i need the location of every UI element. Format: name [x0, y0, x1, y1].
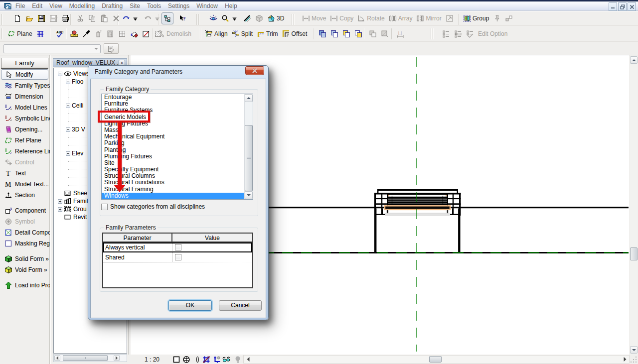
menu-settings[interactable]: Settings — [164, 1, 193, 10]
tree-item-elev[interactable]: Elev — [54, 149, 83, 157]
temporary-hide-icon[interactable] — [234, 356, 242, 364]
design-bar-item-load-into-proj[interactable]: Load into Proj — [1, 280, 50, 290]
design-bar-item-opening[interactable]: Opening... — [1, 124, 50, 134]
scroll-right-button[interactable] — [622, 356, 628, 363]
expand-icon[interactable] — [58, 207, 62, 212]
parameter-row-shared[interactable]: Shared — [103, 252, 252, 262]
uncut-geometry-button[interactable] — [352, 28, 364, 40]
option-list-1-button[interactable] — [440, 28, 452, 40]
move-button[interactable]: Move — [300, 12, 328, 24]
mirror-button[interactable]: Mirror — [414, 12, 443, 24]
minimize-button[interactable] — [609, 2, 617, 11]
scroll-up-button[interactable] — [245, 94, 253, 102]
undo-drop-button[interactable] — [132, 12, 142, 24]
design-bar-item-model-text[interactable]: MModel Text... — [1, 179, 50, 189]
crop-region-icon[interactable] — [213, 356, 221, 364]
context-help-button[interactable]: ? — [177, 12, 189, 24]
design-bar-item-family-types[interactable]: Family Types. — [1, 80, 50, 91]
split-face-button[interactable] — [379, 28, 391, 40]
edit-option-button[interactable]: Edit Option — [476, 28, 509, 40]
tree-item-famil[interactable]: Famil — [54, 197, 88, 205]
align-button[interactable]: Align — [203, 28, 230, 40]
redo-button[interactable] — [142, 12, 154, 24]
resize-grip[interactable] — [630, 356, 637, 363]
scroll-up-button[interactable] — [630, 56, 638, 64]
scrollbar-thumb[interactable] — [245, 125, 253, 191]
listbox-scrollbar[interactable] — [244, 94, 253, 199]
split-button[interactable]: Split — [230, 28, 255, 40]
tree-item-shee[interactable]: Shee — [54, 189, 87, 197]
design-bar-tab-family[interactable]: Family — [1, 58, 48, 69]
offset-button[interactable]: Offset — [280, 28, 310, 40]
type-selector-combobox[interactable] — [3, 44, 101, 53]
restore-button[interactable] — [618, 2, 627, 11]
value-checkbox[interactable] — [175, 244, 181, 250]
cut-geometry-button[interactable] — [340, 28, 352, 40]
paint-button[interactable] — [128, 28, 140, 40]
grid-button[interactable] — [34, 28, 46, 40]
collapse-icon[interactable] — [66, 127, 70, 132]
option-pick-button[interactable] — [464, 28, 476, 40]
wall-joins-button[interactable] — [367, 28, 379, 40]
design-bar-item-component[interactable]: Component — [1, 205, 50, 216]
window-tool-button[interactable] — [116, 28, 128, 40]
thin-lines-button[interactable] — [241, 12, 253, 24]
view-3d-button[interactable]: 3D — [265, 12, 286, 24]
reveal-hidden-icon[interactable] — [222, 356, 230, 364]
save-library-button[interactable] — [47, 12, 59, 24]
tree-item-3d-v[interactable]: 3D V — [54, 125, 85, 133]
design-bar-item-reference-lin[interactable]: Reference Lin — [1, 146, 50, 156]
parameter-row-always-vertical[interactable]: Always vertical — [103, 243, 252, 252]
group-button[interactable]: Group — [461, 12, 491, 24]
shading-button[interactable] — [253, 12, 265, 24]
menu-drafting[interactable]: Drafting — [98, 1, 126, 10]
cut-button[interactable] — [74, 12, 86, 24]
spelling-button[interactable]: ABC — [54, 28, 66, 40]
tree-item-floo[interactable]: Floo — [54, 78, 83, 86]
resize-button[interactable] — [444, 12, 456, 24]
crop-off-icon[interactable] — [202, 356, 210, 364]
new-button[interactable] — [11, 12, 23, 24]
view-scale[interactable]: 1 : 20 — [145, 356, 160, 363]
design-bar-item-detail-compo[interactable]: Detail Compo — [1, 227, 50, 238]
menu-modelling[interactable]: Modelling — [66, 1, 98, 10]
category-listbox[interactable]: EntourageFurnitureFurniture SystemsGener… — [101, 94, 253, 200]
scroll-left-button[interactable] — [245, 356, 251, 363]
project-browser-hscrollbar[interactable] — [53, 354, 127, 362]
scrollbar-thumb[interactable] — [63, 355, 108, 361]
scrollbar-thumb[interactable] — [429, 356, 442, 363]
zoom-drop-button[interactable] — [231, 12, 241, 24]
ok-button[interactable]: OK — [168, 300, 212, 311]
menu-site[interactable]: Site — [126, 1, 144, 10]
collapse-icon[interactable] — [58, 72, 62, 76]
demolish-button[interactable]: Demolish — [155, 28, 193, 40]
toolbar-handle[interactable] — [1, 14, 3, 25]
menu-view[interactable]: View — [46, 1, 66, 10]
detail-level-icon[interactable] — [172, 356, 180, 364]
menu-window[interactable]: Window — [193, 1, 221, 10]
unpin-button[interactable] — [503, 12, 515, 24]
design-bar-item-modify[interactable]: Modify — [1, 69, 48, 80]
door-tool-button[interactable] — [104, 28, 116, 40]
tree-item-grou[interactable]: Grou — [54, 205, 87, 213]
value-checkbox[interactable] — [175, 254, 181, 260]
design-bar-item-masking-regi[interactable]: Masking Regi — [1, 238, 50, 248]
design-bar-item-solid-form[interactable]: Solid Form » — [1, 253, 50, 264]
close-button[interactable] — [628, 2, 636, 11]
menu-help[interactable]: Help — [221, 1, 241, 10]
dimension-style-button[interactable]: |..| — [394, 28, 406, 40]
save-button[interactable] — [35, 12, 47, 24]
scrollbar-thumb[interactable] — [630, 247, 638, 260]
design-bar-item-void-form[interactable]: Void Form » — [1, 264, 50, 275]
dynamic-view-button[interactable] — [207, 12, 219, 24]
unjoin-geometry-button[interactable] — [328, 28, 340, 40]
menu-edit[interactable]: Edit — [28, 1, 46, 10]
zoom-button[interactable] — [219, 12, 231, 24]
design-bar-item-ref-plane[interactable]: Ref Plane — [1, 135, 50, 145]
design-bar-item-control[interactable]: Control — [1, 157, 50, 167]
design-bar-item-model-lines[interactable]: Model Lines — [1, 102, 50, 113]
open-button[interactable] — [23, 12, 35, 24]
rotate-button[interactable]: Rotate — [355, 12, 386, 24]
properties-button[interactable] — [104, 43, 119, 54]
paste-button[interactable] — [98, 12, 110, 24]
